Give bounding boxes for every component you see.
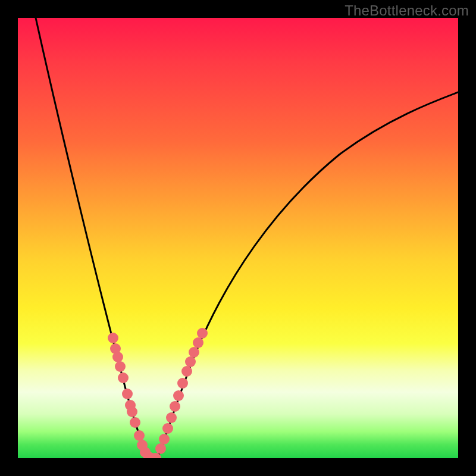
data-marker bbox=[115, 361, 126, 372]
curve-layer bbox=[18, 18, 458, 458]
data-marker bbox=[177, 378, 188, 389]
data-marker bbox=[197, 328, 208, 339]
marker-group bbox=[108, 328, 208, 458]
data-marker bbox=[127, 406, 137, 417]
data-marker bbox=[189, 347, 199, 358]
data-marker bbox=[173, 390, 184, 401]
data-marker bbox=[112, 352, 123, 362]
data-marker bbox=[181, 366, 192, 377]
data-marker bbox=[122, 389, 133, 399]
chart-frame: TheBottleneck.com bbox=[0, 0, 476, 476]
data-marker bbox=[193, 337, 203, 348]
data-marker bbox=[159, 434, 170, 444]
data-marker bbox=[170, 401, 180, 412]
data-marker bbox=[162, 423, 173, 434]
data-marker bbox=[118, 372, 129, 383]
watermark-label: TheBottleneck.com bbox=[345, 2, 469, 19]
data-marker bbox=[155, 443, 166, 454]
data-marker bbox=[134, 430, 145, 441]
data-marker bbox=[185, 356, 196, 367]
right-curve bbox=[158, 92, 458, 458]
plot-area bbox=[18, 18, 458, 458]
data-marker bbox=[166, 412, 177, 423]
data-marker bbox=[108, 333, 118, 343]
data-marker bbox=[130, 417, 140, 428]
